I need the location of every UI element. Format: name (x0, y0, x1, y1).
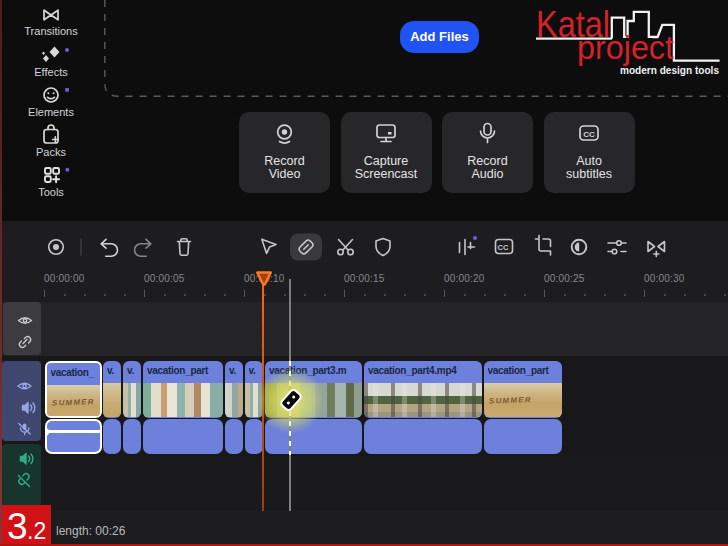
svg-text:modern design tools: modern design tools (620, 64, 719, 76)
svg-text:CC: CC (583, 130, 595, 139)
svg-text:CC: CC (498, 243, 509, 252)
svg-text:project: project (577, 28, 675, 66)
